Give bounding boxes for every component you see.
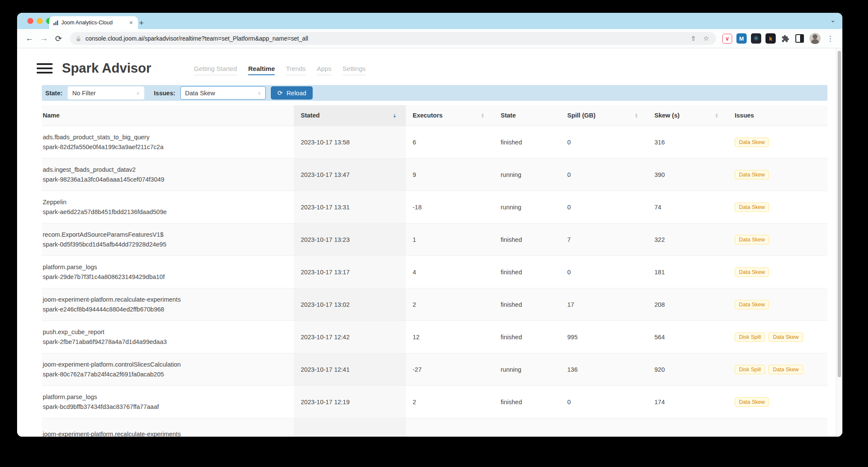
address-bar[interactable]: 🔒 console.cloud.joom.ai/sparkadvisor/rea… bbox=[70, 32, 716, 45]
cell-skew bbox=[648, 418, 728, 437]
column-header-skew[interactable]: Skew (s)▲▼ bbox=[648, 105, 728, 126]
page-header: Spark Advisor Getting StartedRealtimeTre… bbox=[42, 57, 827, 80]
side-panel-icon[interactable] bbox=[795, 33, 805, 44]
app-name: joom-experiment-platform.recalculate-exp… bbox=[43, 430, 181, 437]
column-header-issues: Issues bbox=[728, 105, 827, 126]
sort-carets-stated[interactable]: ▲▼ bbox=[393, 113, 396, 118]
cell-state bbox=[494, 418, 560, 437]
cell-state: finished bbox=[494, 386, 560, 418]
hamburger-menu-icon[interactable] bbox=[37, 61, 53, 76]
column-label-issues: Issues bbox=[735, 112, 754, 119]
page-title: Spark Advisor bbox=[62, 61, 151, 76]
new-tab-button[interactable]: + bbox=[136, 18, 147, 28]
nav-tab-settings[interactable]: Settings bbox=[343, 65, 366, 75]
browser-menu-icon[interactable]: ⋮ bbox=[824, 34, 836, 43]
table-row[interactable]: platform.parse_logsspark-bcd9bffb37434fd… bbox=[42, 386, 827, 418]
table-body: ads.fbads_product_stats_to_big_queryspar… bbox=[42, 126, 827, 437]
cell-name: platform.parse_logsspark-bcd9bffb37434fd… bbox=[42, 386, 294, 418]
cell-skew: 208 bbox=[648, 288, 728, 320]
table-row[interactable]: joom-experiment-platform.controlSlicesCa… bbox=[42, 353, 827, 386]
cell-name: joom-experiment-platform.recalculate-exp… bbox=[42, 418, 294, 437]
app-name: ads.fbads_product_stats_to_big_query bbox=[43, 133, 150, 141]
cell-skew: 390 bbox=[648, 159, 728, 191]
cell-executors: 2 bbox=[406, 288, 494, 320]
kibana-extension-icon[interactable]: k bbox=[765, 33, 776, 44]
column-label-state: State bbox=[501, 112, 516, 119]
react-devtools-extension-icon[interactable]: ⚛ bbox=[751, 33, 761, 44]
sort-carets-skew[interactable]: ▲▼ bbox=[715, 113, 718, 118]
reload-page-button[interactable]: ⟳ bbox=[52, 34, 65, 44]
cell-stated: 2023-10-17 12:19 bbox=[294, 386, 406, 418]
cell-name: push.exp_cube_reportspark-2fbe71aba6f942… bbox=[42, 321, 294, 353]
bookmark-star-icon[interactable]: ☆ bbox=[702, 35, 711, 42]
column-header-spill[interactable]: Spill (GB)▲▼ bbox=[560, 105, 648, 126]
table-row[interactable]: Zeppelinspark-ae6d22a57d8b451fbdd2136fda… bbox=[42, 191, 827, 223]
table-row[interactable]: joom-experiment-platform.recalculate-exp… bbox=[42, 288, 827, 321]
mattermost-extension-icon[interactable]: M bbox=[736, 33, 747, 44]
cell-issues: Disk SpillData Skew bbox=[728, 321, 827, 353]
cell-spill: 136 bbox=[560, 353, 648, 385]
cell-stated: 2023-10-17 12:42 bbox=[294, 321, 406, 353]
extensions-puzzle-icon[interactable] bbox=[780, 33, 790, 44]
tab-search-chevron-icon[interactable]: ⌄ bbox=[830, 16, 836, 24]
sort-carets-spill[interactable]: ▲▼ bbox=[635, 113, 638, 118]
pocket-extension-icon[interactable]: ∨ bbox=[722, 34, 732, 44]
cell-name: platform.parse_logsspark-29de7b7f3f1c4a8… bbox=[42, 256, 294, 288]
tab-close-icon[interactable]: × bbox=[129, 19, 134, 26]
minimize-window-button[interactable] bbox=[37, 18, 43, 24]
table-row[interactable]: ads.ingest_fbads_product_datav2spark-982… bbox=[42, 159, 827, 191]
nav-tab-trends[interactable]: Trends bbox=[286, 65, 305, 75]
cell-spill: 0 bbox=[560, 159, 648, 191]
cell-stated: 2023-10-17 12:41 bbox=[294, 353, 406, 385]
lock-icon: 🔒 bbox=[75, 35, 82, 41]
column-label-stated: Stated bbox=[301, 112, 320, 119]
table-row[interactable]: recom.ExportAdSourceParamsFeaturesV1$spa… bbox=[42, 223, 827, 256]
column-header-executors[interactable]: Executors▲▼ bbox=[406, 105, 494, 126]
cell-spill: 17 bbox=[560, 288, 648, 320]
cell-issues bbox=[728, 418, 827, 437]
profile-avatar[interactable] bbox=[809, 33, 821, 44]
reload-button-label: Reload bbox=[287, 90, 306, 97]
nav-tab-getting-started[interactable]: Getting Started bbox=[194, 65, 237, 75]
cell-name: ads.fbads_product_stats_to_big_queryspar… bbox=[42, 126, 294, 158]
nav-tab-apps[interactable]: Apps bbox=[317, 65, 331, 75]
main-nav: Getting StartedRealtimeTrendsAppsSetting… bbox=[194, 62, 366, 75]
table-row[interactable]: joom-experiment-platform.recalculate-exp… bbox=[42, 418, 827, 437]
table-row[interactable]: platform.parse_logsspark-29de7b7f3f1c4a8… bbox=[42, 256, 827, 288]
close-window-button[interactable] bbox=[27, 18, 33, 24]
cell-state: finished bbox=[494, 288, 560, 320]
state-filter-select[interactable]: No Filter ∨ bbox=[67, 86, 144, 100]
back-button[interactable]: ← bbox=[23, 34, 36, 43]
issue-badge-data-skew: Data Skew bbox=[735, 300, 769, 309]
issues-filter-select[interactable]: Data Skew ∨ bbox=[180, 86, 266, 100]
cell-spill: 0 bbox=[560, 386, 648, 418]
column-header-stated[interactable]: Stated▲▼ bbox=[294, 105, 406, 126]
page-scrollbar[interactable] bbox=[836, 48, 842, 437]
sort-carets-executors[interactable]: ▲▼ bbox=[481, 113, 484, 118]
nav-tab-realtime[interactable]: Realtime bbox=[248, 65, 275, 75]
sort-caret-down-icon: ▼ bbox=[715, 115, 718, 118]
cell-issues: Disk SpillData Skew bbox=[728, 353, 827, 385]
issue-badge-disk-spill: Disk Spill bbox=[735, 365, 765, 374]
url-text[interactable]: console.cloud.joom.ai/sparkadvisor/realt… bbox=[85, 35, 685, 42]
table-row[interactable]: push.exp_cube_reportspark-2fbe71aba6f942… bbox=[42, 321, 827, 353]
sort-caret-down-icon: ▼ bbox=[393, 115, 396, 118]
window-controls bbox=[27, 18, 52, 24]
spark-app-id: spark-80c762a77ab24f4ca2f691fa0acab205 bbox=[43, 370, 164, 379]
forward-button[interactable]: → bbox=[38, 34, 50, 43]
issue-badge-data-skew: Data Skew bbox=[735, 397, 769, 407]
cell-skew: 920 bbox=[648, 353, 728, 385]
share-icon[interactable]: ⇧ bbox=[689, 35, 698, 42]
issue-badge-disk-spill: Disk Spill bbox=[735, 332, 765, 342]
cell-issues: Data Skew bbox=[728, 159, 827, 191]
reload-button[interactable]: ⟳ Reload bbox=[271, 86, 313, 100]
issue-badge-data-skew: Data Skew bbox=[735, 267, 769, 277]
browser-tab[interactable]: Joom Analytics-Cloud × bbox=[49, 16, 138, 29]
column-header-name: Name bbox=[42, 105, 294, 126]
column-header-state: State bbox=[494, 105, 560, 126]
table-row[interactable]: ads.fbads_product_stats_to_big_queryspar… bbox=[42, 126, 827, 159]
cell-executors: 9 bbox=[406, 159, 494, 191]
spark-app-id: spark-bcd9bffb37434fd3ac83767ffa77aaaf bbox=[43, 402, 159, 411]
issue-badge-data-skew: Data Skew bbox=[768, 332, 803, 342]
scrollbar-thumb[interactable] bbox=[838, 51, 841, 377]
